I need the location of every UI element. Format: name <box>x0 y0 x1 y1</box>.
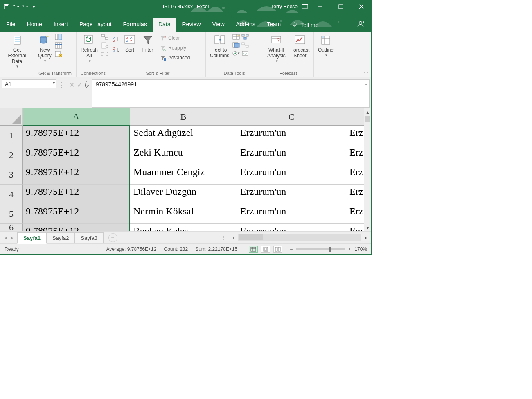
edit-links-icon[interactable] <box>101 50 108 58</box>
share-button[interactable] <box>350 17 371 32</box>
row-header[interactable]: 1 <box>0 126 23 145</box>
cell[interactable]: 9.78975E+12 <box>23 204 130 224</box>
connections-icon[interactable] <box>101 33 108 41</box>
scroll-down-icon[interactable]: ▼ <box>364 224 371 231</box>
hscroll-right-icon[interactable]: ▸ <box>362 235 370 240</box>
row-header[interactable]: 3 <box>0 165 23 185</box>
manage-data-model-icon[interactable] <box>241 50 249 57</box>
sheet-nav-prev[interactable]: ◂ <box>5 234 7 241</box>
tab-file[interactable]: File <box>0 18 21 32</box>
tab-team[interactable]: Team <box>261 18 286 32</box>
scroll-thumb[interactable] <box>365 116 370 122</box>
view-page-layout-icon[interactable] <box>261 246 270 253</box>
tab-home[interactable]: Home <box>21 18 48 32</box>
hscroll-thumb[interactable] <box>239 234 263 240</box>
zoom-level[interactable]: 170% <box>354 246 367 252</box>
redo-button[interactable]: ▾ <box>21 3 28 10</box>
sheet-nav-next[interactable]: ▸ <box>11 234 14 241</box>
horizontal-scrollbar[interactable]: ◂ ▸ <box>230 233 370 241</box>
remove-duplicates-icon[interactable] <box>232 41 240 49</box>
col-header-D[interactable] <box>346 108 365 126</box>
cell[interactable]: Erzurum'un <box>237 224 346 231</box>
chevron-down-icon[interactable]: ▾ <box>53 81 55 85</box>
outline-button[interactable]: Outline▾ <box>316 32 336 57</box>
qat-customize[interactable]: ▾ <box>30 3 37 10</box>
reapply-button[interactable]: Reapply <box>158 43 192 53</box>
minimize-button[interactable] <box>312 0 329 13</box>
sort-za-button[interactable]: ZA <box>113 46 120 54</box>
relationships-icon[interactable] <box>241 41 249 49</box>
row-header[interactable]: 2 <box>0 145 23 165</box>
new-query-button[interactable]: New Query▾ <box>36 32 54 63</box>
tab-formulas[interactable]: Formulas <box>117 18 153 32</box>
cell[interactable]: Erz <box>346 126 365 145</box>
sheet-tab-2[interactable]: Sayfa2 <box>46 232 75 243</box>
cell[interactable]: Sedat Adıgüzel <box>130 126 237 145</box>
vertical-scrollbar[interactable]: ▲ ▼ <box>364 108 371 231</box>
tab-review[interactable]: Review <box>176 18 207 32</box>
view-normal-icon[interactable] <box>249 246 258 253</box>
row-header[interactable]: 6 <box>0 224 23 231</box>
cell[interactable]: Zeki Kumcu <box>130 145 237 165</box>
cell[interactable]: Erzurum'un <box>237 204 346 224</box>
cell[interactable]: Erz <box>346 204 365 224</box>
fx-icon[interactable]: fx <box>85 81 89 88</box>
forecast-sheet-button[interactable]: Forecast Sheet <box>288 32 312 59</box>
cell[interactable]: Erzurum'un <box>237 126 346 145</box>
undo-button[interactable]: ▾ <box>12 3 19 10</box>
cell[interactable]: Erz <box>346 165 365 185</box>
recent-sources-icon[interactable] <box>55 50 62 58</box>
cell[interactable]: Erz <box>346 145 365 165</box>
hscroll-left-icon[interactable]: ◂ <box>230 235 237 240</box>
save-button[interactable] <box>3 3 10 10</box>
col-header-B[interactable]: B <box>130 108 237 126</box>
col-header-C[interactable]: C <box>237 108 346 126</box>
fbar-grip[interactable]: ⋮ <box>56 77 68 108</box>
maximize-button[interactable] <box>333 0 349 13</box>
cell[interactable]: Nermin Köksal <box>130 204 237 224</box>
enter-icon[interactable]: ✓ <box>77 81 82 89</box>
show-queries-icon[interactable] <box>55 33 62 41</box>
cell[interactable]: Reyhan Keleş <box>130 224 237 231</box>
cell[interactable]: Erzurum'un <box>237 185 346 204</box>
row-header[interactable]: 5 <box>0 204 23 224</box>
zoom-in-button[interactable]: + <box>348 246 351 252</box>
zoom-slider[interactable] <box>296 248 345 250</box>
select-all-corner[interactable] <box>0 108 23 126</box>
tab-split-grip[interactable]: ⋮ <box>221 235 226 241</box>
text-to-columns-button[interactable]: Text to Columns <box>207 32 232 59</box>
sort-az-button[interactable]: AZ <box>113 36 120 43</box>
data-validation-icon[interactable]: ▾ <box>232 50 240 57</box>
close-button[interactable] <box>353 0 370 13</box>
add-sheet-button[interactable]: ＋ <box>108 233 117 242</box>
zoom-out-button[interactable]: − <box>290 246 293 252</box>
consolidate-icon[interactable] <box>241 33 249 41</box>
cell[interactable]: Erzurum'un <box>237 145 346 165</box>
collapse-ribbon-icon[interactable]: ︿ <box>364 68 369 75</box>
account-name[interactable]: Terry Reese <box>271 4 298 9</box>
sheet-tab-3[interactable]: Sayfa3 <box>74 232 103 243</box>
cell[interactable]: 9.78975E+12 <box>23 126 130 145</box>
what-if-button[interactable]: ? What-If Analysis▾ <box>265 32 288 63</box>
row-header[interactable]: 4 <box>0 185 23 204</box>
cell[interactable]: Muammer Cengiz <box>130 165 237 185</box>
refresh-all-button[interactable]: Refresh All▾ <box>78 32 100 63</box>
clear-filter-button[interactable]: Clear <box>158 33 192 43</box>
expand-formula-icon[interactable]: ⌄ <box>364 81 367 86</box>
filter-button[interactable]: Filter <box>139 32 157 53</box>
cell[interactable]: 9.78975E+12 <box>23 185 130 204</box>
view-page-break-icon[interactable] <box>273 246 282 253</box>
flash-fill-icon[interactable] <box>232 33 240 41</box>
cell[interactable]: Dilaver Düzgün <box>130 185 237 204</box>
properties-icon[interactable] <box>101 42 108 49</box>
col-header-A[interactable]: A <box>23 108 130 126</box>
tab-insert[interactable]: Insert <box>48 18 74 32</box>
tab-data[interactable]: Data <box>153 18 176 32</box>
ribbon-display-icon[interactable] <box>302 4 308 9</box>
advanced-filter-button[interactable]: Advanced <box>158 53 192 63</box>
cell[interactable]: Erz <box>346 224 365 231</box>
sheet-tab-1[interactable]: Sayfa1 <box>17 232 47 244</box>
tell-me[interactable]: Tell me <box>286 18 323 32</box>
cell[interactable]: 9.78975E+12 <box>23 224 130 231</box>
sort-button[interactable]: ZAAZ Sort <box>121 32 139 53</box>
